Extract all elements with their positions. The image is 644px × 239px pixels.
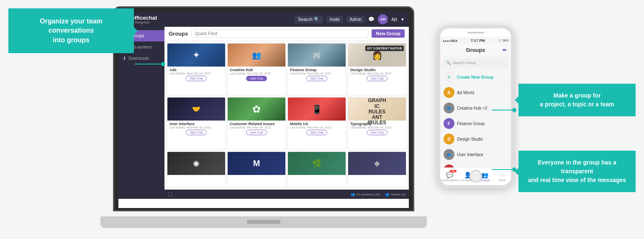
teams-icon: 👥: [385, 193, 389, 196]
search-label: Search 🔍: [298, 17, 320, 22]
phone-group-name-creativehub: Creative Hub +2: [457, 106, 487, 111]
group-activity-design: Last Activity: Wed Mar 04, 2015: [350, 72, 404, 75]
carrier-label: ●●●● IDEA: [443, 39, 458, 42]
group-image-finance: [288, 44, 346, 67]
start-chat-mobile[interactable]: Start Chat: [306, 130, 327, 135]
group-image-r1: [167, 152, 225, 175]
typography-text: TYPOGRAPHICRULESANTIRULES: [368, 97, 386, 126]
group-card-ui: User Interface Last Activity: Wed Mar 04…: [167, 97, 226, 149]
phone-status-bar: ●●●● IDEA 7:17 PM ⬜ 58%: [440, 37, 511, 44]
laptop-base: [100, 216, 427, 228]
group-info-creative: Creative Hub Last Activity: Wed Mar 04, …: [228, 67, 285, 83]
phone-home-button[interactable]: [470, 170, 482, 182]
create-new-label: Create New Group: [457, 75, 493, 80]
group-card-creative: Creative Hub Last Activity: Wed Mar 04, …: [227, 43, 286, 95]
conversations-label: Conversations: [440, 179, 459, 182]
fullscreen-icon[interactable]: ⛶: [168, 192, 172, 197]
group-info-ads: Ads Last Activity: Wed Mar 04, 2015 Star…: [167, 67, 225, 83]
group-card-r2: [227, 152, 286, 187]
phone-nav-more[interactable]: ⋯ More: [494, 168, 511, 185]
time-label: 7:17 PM: [458, 39, 498, 43]
logo-sub: by Designhive: [131, 21, 157, 24]
phone-avatar-design: D: [444, 134, 454, 144]
laptop-screen: ☰ officechat by Designhive Search 🔍 Invi…: [118, 12, 409, 208]
search-icon: 🔍: [446, 61, 451, 65]
start-chat-creative[interactable]: Start Chat: [246, 76, 267, 81]
phone-group-item-creativehub[interactable]: 👥 Creative Hub +2: [440, 100, 511, 116]
phone-group-name-ui: User Interface: [457, 152, 483, 157]
group-image-r2: [228, 152, 285, 175]
user-avatar[interactable]: AH: [378, 14, 388, 24]
group-info-mobile: Mobile UX Last Activity: Wed Mar 04, 201…: [288, 121, 346, 137]
teams-count: 👥 Teams (1): [385, 193, 405, 196]
xtt-badge: XIT CONTENT NATIVE: [365, 46, 404, 51]
start-chat-finance[interactable]: Start Chat: [306, 76, 327, 81]
new-group-button[interactable]: New Group: [372, 29, 405, 38]
callout-right-top-text1: Make a group for: [554, 92, 601, 99]
phone-group-item-adworld[interactable]: A Ad World: [440, 85, 511, 100]
start-chat-ads[interactable]: Start Chat: [186, 76, 207, 81]
edit-icon[interactable]: ✏: [503, 47, 507, 53]
coworkers-count: 👥 Co-workers (24): [351, 193, 380, 196]
phone-device: ●●●● IDEA 7:17 PM ⬜ 58% Groups ✏ 🔍 Searc…: [437, 25, 514, 188]
group-image-creative: [228, 44, 285, 67]
group-name-customer: Customer Related Issues: [230, 122, 283, 126]
start-chat-customer[interactable]: Start Chat: [246, 130, 267, 135]
sidebar-downloads-label: Downloads: [128, 56, 149, 61]
connector-line-right-bottom: [492, 169, 513, 170]
group-info-ui: User Interface Last Activity: Wed Mar 04…: [167, 121, 225, 137]
start-chat-typography[interactable]: Start Chat: [367, 130, 387, 135]
group-activity-finance: Last Activity: Wed Mar 04, 2015: [290, 72, 344, 75]
connector-dot-right-top: [512, 108, 516, 112]
logo-text: officechat: [131, 15, 157, 21]
group-image-r3: [288, 152, 346, 175]
main-title: Groups: [169, 31, 188, 37]
bottom-status-bar: ⛶ 👥 Co-workers (24) 👥 Teams (1): [164, 190, 409, 199]
group-image-typography: TYPOGRAPHICRULESANTIRULES: [348, 98, 406, 121]
phone-group-item-design[interactable]: D Design Studio: [440, 131, 511, 147]
downloads-icon: ⬇: [123, 56, 126, 61]
phone-nav-conversations[interactable]: 💬 Conversations: [440, 168, 459, 185]
group-activity-creative: Last Activity: Wed Mar 04, 2015: [230, 72, 283, 75]
connector-line-right-top: [492, 110, 513, 111]
phone-avatar-finance: F: [444, 118, 454, 129]
phone-group-item-ui[interactable]: 👥 User Interface: [440, 147, 511, 162]
group-name-ui: User Interface: [169, 122, 223, 126]
group-image-mobile: [288, 98, 346, 121]
callout-right-bottom: Everyone in the group has a transparent …: [518, 151, 636, 192]
start-chat-ui[interactable]: Start Chat: [186, 130, 207, 135]
nav-search[interactable]: Search 🔍: [295, 15, 323, 23]
app-logo: officechat by Designhive: [131, 15, 157, 24]
phone-frame: ●●●● IDEA 7:17 PM ⬜ 58% Groups ✏ 🔍 Searc…: [437, 25, 514, 188]
phone-speaker: [467, 32, 484, 33]
phone-search-bar[interactable]: 🔍 Search Group: [443, 58, 508, 67]
connector-dot-right-bottom: [512, 167, 516, 172]
phone-group-name-design: Design Studio: [457, 137, 483, 141]
group-info-finance: Finance Group Last Activity: Wed Mar 04,…: [288, 67, 346, 83]
phone-group-item-finance[interactable]: F Finance Group: [440, 116, 511, 131]
chat-icon[interactable]: 💬: [368, 16, 375, 22]
group-name-ads: Ads: [169, 68, 223, 72]
group-image-r4: [348, 152, 406, 175]
group-card-typography: TYPOGRAPHICRULESANTIRULES Typography Las…: [348, 97, 406, 149]
callout-right-top-text2: a project, a topic or a team: [540, 101, 614, 108]
phone-groups-title: Groups: [466, 47, 485, 53]
phone-create-new[interactable]: + Create New Group: [440, 69, 511, 85]
more-nav-icon: ⋯: [499, 172, 505, 178]
group-image-customer: [228, 98, 285, 121]
dropdown-chevron-icon[interactable]: ▼: [400, 17, 405, 22]
more-nav-label: More: [499, 179, 505, 182]
connector-line-left: [135, 64, 161, 64]
connector-dot-left: [161, 62, 165, 66]
invite-button[interactable]: Invite: [326, 16, 343, 23]
username-label: Ajit: [391, 17, 397, 22]
create-new-icon: +: [444, 72, 454, 82]
quick-find-input[interactable]: [191, 29, 368, 38]
phone-header: Groups ✏: [440, 44, 511, 56]
start-chat-design[interactable]: Start Chat: [367, 76, 387, 81]
admin-button[interactable]: Admin: [346, 16, 365, 23]
groups-nav-icon: 👥: [481, 172, 488, 178]
conversations-icon: 💬: [446, 172, 453, 178]
group-card-mobile: Mobile UX Last Activity: Wed Mar 04, 201…: [287, 97, 346, 149]
sidebar-item-downloads[interactable]: ⬇ Downloads: [118, 53, 164, 64]
